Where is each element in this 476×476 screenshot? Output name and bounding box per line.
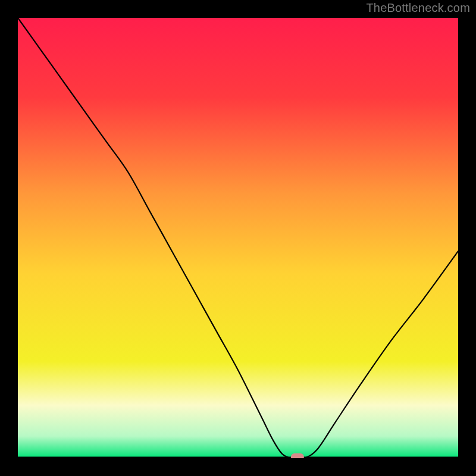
watermark-text: TheBottleneck.com <box>366 1 470 15</box>
chart-frame: TheBottleneck.com <box>0 0 476 476</box>
plot-area <box>18 18 458 458</box>
gradient-background <box>18 18 458 458</box>
chart-svg <box>18 18 458 458</box>
current-point-marker <box>291 453 304 458</box>
